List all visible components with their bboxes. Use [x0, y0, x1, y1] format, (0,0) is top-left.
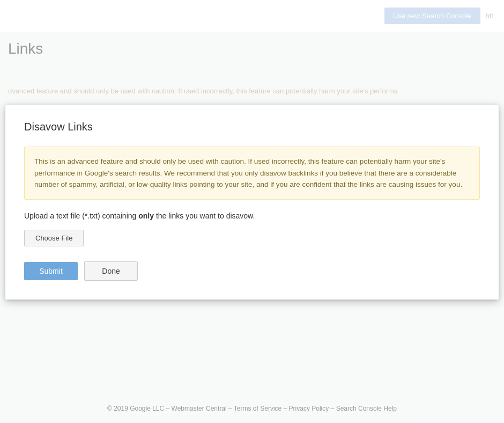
submit-button[interactable]: Submit: [24, 262, 78, 280]
footer-link-help[interactable]: Search Console Help: [336, 405, 397, 412]
footer-link-tos[interactable]: Terms of Service: [234, 405, 281, 412]
choose-file-button[interactable]: Choose File: [24, 230, 84, 246]
dialog-title: Disavow Links: [24, 121, 480, 133]
upload-text-bold: only: [138, 212, 154, 220]
footer-separator-3: –: [284, 405, 289, 412]
footer-link-webmaster[interactable]: Webmaster Central: [172, 405, 227, 412]
upload-text-after: the links you want to disavow.: [154, 212, 255, 220]
file-input-row: Choose File: [24, 230, 480, 261]
done-button[interactable]: Done: [84, 261, 138, 281]
footer-separator-2: –: [228, 405, 234, 412]
disavow-links-dialog: Disavow Links This is an advanced featur…: [5, 105, 499, 300]
footer-separator-4: –: [331, 405, 336, 412]
warning-box: This is an advanced feature and should o…: [24, 147, 480, 200]
footer-link-privacy[interactable]: Privacy Policy: [289, 405, 329, 412]
footer-copyright: © 2019 Google LLC: [107, 405, 164, 412]
upload-text-before: Upload a text file (*.txt) containing: [24, 212, 138, 220]
footer-separator-1: –: [166, 405, 172, 412]
footer: © 2019 Google LLC – Webmaster Central – …: [0, 405, 504, 412]
action-buttons: Submit Done: [24, 261, 480, 281]
upload-instructions: Upload a text file (*.txt) containing on…: [24, 212, 480, 220]
